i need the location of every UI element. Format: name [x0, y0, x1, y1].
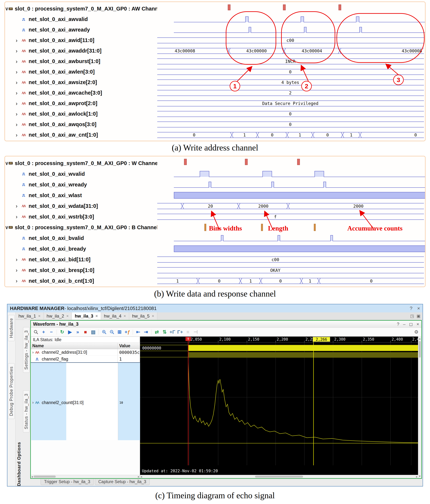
chevron-right-icon[interactable]: › [16, 58, 22, 64]
signal-row-awready[interactable]: net_slot_0_axi_awready [22, 25, 174, 35]
help-icon[interactable]: ? [397, 322, 399, 327]
chevron-right-icon[interactable]: › [32, 400, 34, 405]
signal-row-aw-cnt[interactable]: › net_slot_0_axi_aw_cnt[1:0] [5, 130, 157, 140]
chevron-right-icon[interactable]: › [16, 214, 22, 220]
sidebar-tab-hardware[interactable]: Hardware [8, 315, 15, 341]
chevron-right-icon[interactable]: › [16, 203, 22, 209]
table-row-channel2-countt[interactable]: › channel2_countt[31:0] [31, 399, 140, 406]
close-icon[interactable]: × [152, 314, 154, 318]
swap-horizontal-icon[interactable]: ⇄ [154, 329, 160, 335]
chevron-right-icon[interactable]: › [16, 100, 22, 107]
signal-row-b-cnt[interactable]: › net_slot_0_axi_b_cnt[1:0] [5, 276, 157, 286]
chevron-right-icon[interactable]: › [16, 79, 22, 86]
waveform-window-titlebar[interactable]: Waveform - hw_ila_3 ? ‒ ◻ × [31, 321, 421, 328]
maximize-icon[interactable]: ◻ [409, 322, 413, 327]
column-header-value[interactable]: Value [118, 343, 140, 349]
next-transition-icon[interactable]: ⇥ [143, 329, 149, 335]
settings-gear-icon[interactable]: ⚙ [413, 329, 420, 335]
run-all-icon[interactable]: » [75, 329, 81, 335]
signal-row-awburst[interactable]: › net_slot_0_axi_awburst[1:0] [5, 56, 157, 67]
signal-row-wlast[interactable]: net_slot_0_axi_wlast [22, 190, 174, 201]
tab-hw-ila-1[interactable]: hw_ila_1× [16, 312, 44, 320]
signal-row-awprot[interactable]: › net_slot_0_axi_awprot[2:0] [5, 98, 157, 109]
signal-row-awqos[interactable]: › net_slot_0_axi_awqos[3:0] [5, 119, 157, 130]
scroll-up-icon[interactable]: ▴ [419, 337, 421, 340]
tab-hw-ila-2[interactable]: hw_ila_2× [44, 312, 72, 320]
signal-row-awcache[interactable]: › net_slot_0_axi_awcache[3:0] [5, 88, 157, 98]
chevron-right-icon[interactable]: › [16, 90, 22, 96]
scroll-down-icon[interactable]: ▾ [419, 475, 421, 478]
chevron-right-icon[interactable]: › [16, 111, 22, 117]
close-icon[interactable]: × [95, 314, 98, 318]
signal-row-awlock[interactable]: › net_slot_0_axi_awlock[1:0] [5, 109, 157, 119]
scroll-right-icon[interactable]: ▸ [138, 475, 139, 478]
window-titlebar[interactable]: HARDWARE MANAGER - localhost/xilinx_tcf/… [7, 304, 423, 312]
chevron-right-icon[interactable]: › [16, 121, 22, 128]
previous-transition-icon[interactable]: ⇤ [135, 329, 141, 335]
remove-icon[interactable]: − [48, 329, 55, 335]
signal-row-awaddr[interactable]: › net_slot_0_axi_awaddr[31:0] [5, 45, 157, 56]
scrollbar-thumb[interactable] [255, 476, 303, 478]
chevron-down-icon[interactable]: ∨ [5, 225, 9, 230]
float-icon[interactable]: ◳ [410, 314, 414, 318]
run-icon[interactable]: ▶ [67, 329, 73, 335]
pin-icon[interactable]: ⊣ [193, 329, 199, 335]
group-row-aw-channel[interactable]: ∨ slot_0 : processing_system7_0_M_AXI_GP… [5, 3, 157, 14]
scroll-left-icon[interactable]: ◂ [31, 475, 33, 478]
group-row-b-channel[interactable]: ∨ slot_0 : processing_system7_0_M_AXI_GP… [5, 222, 157, 233]
signal-row-wstrb[interactable]: › net_slot_0_axi_wstrb[3:0] [5, 211, 157, 222]
signal-row-wready[interactable]: net_slot_0_axi_wready [22, 179, 174, 190]
close-icon[interactable]: × [66, 314, 69, 318]
tab-trigger-setup[interactable]: Trigger Setup - hw_ila_3 [41, 479, 94, 485]
chevron-right-icon[interactable]: › [32, 350, 34, 355]
scroll-right-icon[interactable]: ▸ [416, 475, 417, 478]
column-header-name[interactable]: Name [31, 343, 118, 349]
chevron-right-icon[interactable]: › [16, 256, 22, 263]
tab-hw-ila-3[interactable]: hw_ila_3× [72, 312, 101, 320]
close-icon[interactable]: × [124, 314, 126, 318]
chevron-right-icon[interactable]: › [16, 278, 22, 284]
signal-row-bid[interactable]: › net_slot_0_axi_bid[11:0] [5, 254, 157, 265]
signal-row-awlen[interactable]: › net_slot_0_axi_awlen[3:0] [5, 67, 157, 77]
tab-capture-setup[interactable]: Capture Setup - hw_ila_3 [95, 479, 150, 485]
selected-signal-block[interactable]: › channel2_countt[31:0] 10 [31, 363, 140, 440]
signal-row-bvalid[interactable]: net_slot_0_axi_bvalid [22, 233, 174, 243]
chevron-right-icon[interactable]: › [16, 267, 22, 273]
chevron-down-icon[interactable]: ∨ [5, 6, 9, 12]
close-icon[interactable]: × [38, 314, 41, 318]
zoom-in-icon[interactable] [101, 329, 107, 335]
time-marker-label[interactable]: 2,266 [313, 337, 330, 342]
add-marker-icon[interactable]: +ƒ [124, 329, 131, 335]
scrollbar-thumb[interactable] [34, 476, 56, 478]
signal-row-awid[interactable]: › net_slot_0_axi_awid[11:0] [5, 35, 157, 45]
group-row-w-channel[interactable]: ∨ slot_0 : processing_system7_0_M_AXI_GP… [5, 158, 157, 169]
table-row-channel2-address[interactable]: › channel2_address[31:0] 0000035c [31, 349, 140, 356]
add-probe-icon[interactable]: +Γ [169, 329, 176, 335]
chevron-right-icon[interactable]: › [16, 37, 22, 44]
tab-settings-hw-ila-3[interactable]: Settings - hw_ila_3 [23, 327, 29, 373]
tab-hw-ila-4[interactable]: hw_ila_4× [101, 312, 129, 320]
table-horizontal-scrollbar[interactable]: ◂ ▸ [31, 475, 140, 478]
signal-row-awsize[interactable]: › net_slot_0_axi_awsize[2:0] [5, 77, 157, 88]
tab-status-hw-ila-3[interactable]: Status - hw_ila_3 [23, 390, 29, 432]
run-trigger-icon[interactable]: ↻ [59, 329, 65, 335]
restore-icon[interactable]: ▣ [417, 314, 421, 318]
zoom-fit-icon[interactable]: ⊞ [116, 329, 123, 335]
scroll-left-icon[interactable]: ◂ [141, 475, 142, 478]
sidebar-tab-debug-probe-properties[interactable]: Debug Probe Properties [8, 363, 15, 419]
signal-row-bresp[interactable]: › net_slot_0_axi_bresp[1:0] [5, 265, 157, 276]
tab-hw-ila-5[interactable]: hw_ila_5× [129, 312, 158, 320]
signal-row-bready[interactable]: net_slot_0_axi_bready [22, 243, 174, 254]
close-icon[interactable]: × [417, 306, 420, 311]
swap-vertical-icon[interactable]: ⇅ [161, 329, 168, 335]
signal-row-awvalid[interactable]: net_slot_0_axi_awvalid [22, 14, 174, 25]
add-icon[interactable]: + [40, 329, 47, 335]
signal-row-wvalid[interactable]: net_slot_0_axi_wvalid [22, 169, 174, 179]
minimize-icon[interactable]: ‒ [403, 322, 405, 327]
scrollbar-thumb[interactable] [419, 341, 421, 358]
chevron-right-icon[interactable]: › [16, 132, 22, 138]
canvas-horizontal-scrollbar[interactable]: ◂ ▸ [140, 475, 418, 478]
dashboard-options-label[interactable]: Dashboard Options [16, 323, 22, 486]
signal-row-wdata[interactable]: › net_slot_0_axi_wdata[31:0] [5, 201, 157, 211]
export-icon[interactable]: ▤ [90, 329, 96, 335]
